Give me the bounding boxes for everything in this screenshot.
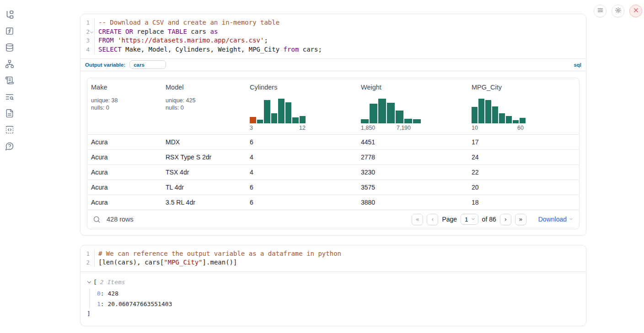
py-line-numbers: 12 [80,249,94,267]
histogram-max-label: 12 [299,125,306,131]
output-variable-input[interactable] [129,60,166,69]
documentation-icon[interactable] [5,109,14,118]
download-button[interactable]: Download [538,216,574,223]
logs-icon[interactable] [5,92,14,101]
code-line[interactable]: SELECT Make, Model, Cylinders, Weight, M… [98,45,586,54]
collapse-chevron-icon[interactable] [87,280,92,285]
sql-code[interactable]: -- Download a CSV and create an in-memor… [94,18,586,54]
table-cell: 17 [468,138,579,146]
fold-chevron-icon [90,18,94,27]
download-label: Download [538,216,567,223]
shutdown-button[interactable] [629,5,642,17]
page-select[interactable]: 1 [461,214,478,225]
column-histogram: 1060 [472,99,526,131]
help-icon[interactable] [5,142,14,151]
column-stats: unique: 38nulls: 0 [91,97,158,112]
last-page-button[interactable]: » [515,214,526,225]
datasources-icon[interactable] [5,43,14,52]
table-cell: 3.5 RL 4dr [162,199,246,206]
next-page-button[interactable]: › [500,214,511,225]
variables-icon[interactable] [5,26,14,36]
output-tree-root: [ 2 Items [87,278,580,286]
fold-chevron-icon [90,258,94,267]
table-header: Makeunique: 38nulls: 0Modelunique: 425nu… [87,78,579,135]
line-number: 2 [80,27,94,37]
dependency-graph-icon[interactable] [5,59,14,69]
table-cell: 24 [468,153,579,161]
snippets-icon[interactable] [5,125,14,134]
file-explorer-icon[interactable] [5,10,14,19]
prev-page-button[interactable]: ‹ [427,214,438,225]
column-name: Cylinders [250,84,354,91]
histogram-bar [387,103,395,123]
column-stats: unique: 425nulls: 0 [166,97,242,112]
fold-chevron-icon [90,36,94,45]
histogram-bar [264,100,270,123]
histogram-bar [361,119,369,123]
histogram-bar [513,120,519,123]
fold-chevron-icon[interactable] [90,27,94,37]
page-label: Page [442,216,457,223]
python-cell: 12 # We can reference the output variabl… [80,245,586,326]
column-histogram: 1,8507,190 [361,99,421,131]
histogram-max-label: 7,190 [397,125,411,131]
code-line[interactable]: # We can reference the output variable a… [98,249,586,259]
settings-button[interactable] [612,5,624,17]
column-name: Model [166,84,242,91]
table-cell: Acura [87,153,162,161]
histogram-bar [506,116,512,123]
language-badge[interactable]: sql [574,62,581,68]
column-header-make[interactable]: Makeunique: 38nulls: 0 [87,78,162,134]
table-cell: 18 [468,199,579,206]
column-name: Make [91,84,158,91]
menu-button[interactable] [594,5,606,17]
code-line[interactable]: FROM 'https://datasets.marimo.app/cars.c… [98,36,586,45]
line-number: 2 [80,258,94,267]
gear-icon [615,7,622,15]
histogram-max-label: 60 [517,125,524,131]
search-icon[interactable] [93,216,101,223]
histogram-bar [378,99,386,123]
sidebar [5,10,14,151]
table-cell: 6 [246,184,357,191]
rows-count: 428 rows [107,216,134,223]
table-cell: Acura [87,169,162,176]
code-line[interactable]: CREATE OR replace TABLE cars as [98,27,586,37]
table-cell: 20 [468,184,579,191]
first-page-button[interactable]: « [412,214,423,225]
table-cell: 3230 [357,169,468,176]
column-header-model[interactable]: Modelunique: 425nulls: 0 [162,78,246,134]
topbar-controls [594,5,642,17]
table-cell: RSX Type S 2dr [162,153,246,161]
line-number: 4 [80,45,94,54]
code-line[interactable]: [len(cars), cars["MPG_City"].mean()] [98,258,586,267]
table-cell: TSX 4dr [162,169,246,176]
cars-table: Makeunique: 38nulls: 0Modelunique: 425nu… [87,78,580,229]
column-header-weight[interactable]: Weight1,8507,190 [357,78,468,134]
output-variable-label: Output variable: [85,62,125,68]
py-code-editor[interactable]: 12 # We can reference the output variabl… [80,245,586,271]
table-cell: TL 4dr [162,184,246,191]
histogram-min-label: 10 [472,125,478,131]
scratchpad-icon[interactable] [5,76,14,85]
sql-code-editor[interactable]: 1234 -- Download a CSV and create an in-… [80,14,586,58]
column-header-mpg_city[interactable]: MPG_City1060 [468,78,579,134]
table-cell: 6 [246,138,357,146]
column-header-cylinders[interactable]: Cylinders312 [246,78,357,134]
pagination: « ‹ Page 1 of 86 › » [412,214,526,225]
sql-line-numbers: 1234 [80,18,94,54]
code-line[interactable]: -- Download a CSV and create an in-memor… [98,18,586,27]
table-cell: 4451 [357,138,468,146]
histogram-bar [292,117,299,123]
histogram-bar [257,120,263,123]
column-histogram: 312 [250,99,306,131]
table-cell: MDX [162,138,246,146]
sql-output-region: Makeunique: 38nulls: 0Modelunique: 425nu… [80,71,586,235]
page-select-value: 1 [465,216,468,223]
notebook-main: 1234 -- Download a CSV and create an in-… [80,14,586,326]
histogram-bar [300,116,306,123]
python-output: [ 2 Items 0: 4281: 20.060747663551403 ] [80,272,586,326]
chevron-down-icon [569,216,574,223]
histogram-bar [285,102,292,123]
py-code[interactable]: # We can reference the output variable a… [94,249,586,267]
